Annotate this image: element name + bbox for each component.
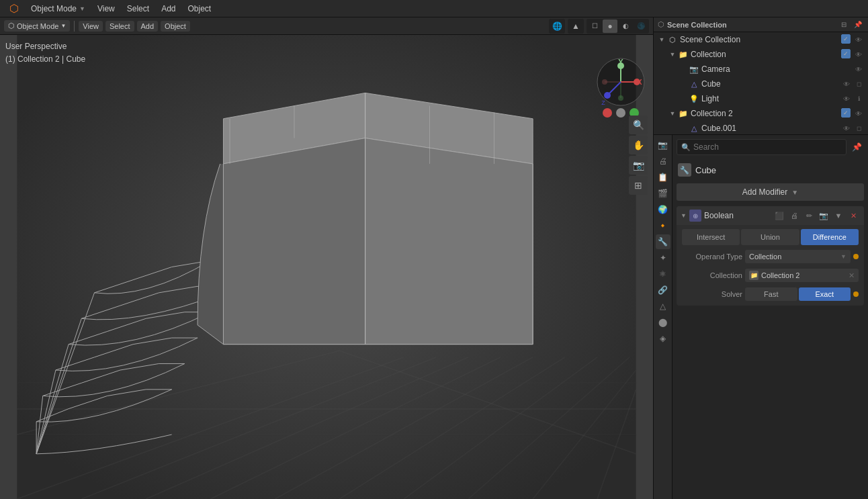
outliner-item-light[interactable]: 💡 Light 👁 ℹ bbox=[654, 91, 868, 106]
cube001-visibility-btn[interactable]: 👁 bbox=[841, 123, 852, 134]
outliner-pin-btn[interactable]: 📌 bbox=[852, 19, 864, 31]
operand-type-dot[interactable] bbox=[853, 254, 859, 259]
viewport-view-button[interactable]: View bbox=[79, 21, 103, 32]
modifier-dropdown-btn[interactable]: ▼ bbox=[832, 209, 845, 222]
cube-visibility-btn[interactable]: 👁 bbox=[841, 79, 852, 89]
props-material-btn[interactable]: ⬤ bbox=[656, 315, 670, 330]
item-actions-light: 👁 ℹ bbox=[841, 93, 864, 104]
camera-tool[interactable]: 📷 bbox=[629, 156, 648, 175]
modifier-header-actions: ⬛ 🖨 ✏ 📷 ▼ ✕ bbox=[773, 209, 860, 222]
cursor-tool[interactable]: 🔍 bbox=[629, 116, 648, 134]
props-shader-btn[interactable]: ◈ bbox=[656, 331, 670, 346]
expand-arrow-collection[interactable] bbox=[667, 49, 678, 60]
outliner-item-cube[interactable]: △ Cube 👁 ◻ bbox=[654, 77, 868, 91]
object-menu[interactable]: Object bbox=[182, 3, 216, 15]
select-menu[interactable]: Select bbox=[122, 3, 155, 15]
collection2-checkbox[interactable]: ✓ bbox=[841, 108, 851, 118]
properties-panel: 📷 🖨 📋 🎬 🌍 🔸 🔧 ✦ ⚛ 🔗 △ ⬤ ◈ 🔍 bbox=[654, 135, 868, 499]
fast-solver-btn[interactable]: Fast bbox=[745, 287, 797, 301]
material-mode-btn[interactable]: ◐ bbox=[618, 19, 633, 33]
modifier-camera-btn[interactable]: 📷 bbox=[817, 209, 830, 222]
outliner-filter-btn[interactable]: ⊟ bbox=[838, 19, 850, 31]
render-mode-btn[interactable]: 🌑 bbox=[634, 19, 648, 33]
item-actions-collection2: ✓ 👁 bbox=[841, 108, 864, 119]
cube001-extra-btn[interactable]: ◻ bbox=[853, 123, 864, 134]
props-physics-btn[interactable]: ⚛ bbox=[656, 267, 670, 281]
props-output-btn[interactable]: 🖨 bbox=[656, 154, 670, 169]
object-mode-menu[interactable]: Object Mode ▼ bbox=[26, 3, 91, 15]
difference-btn[interactable]: Difference bbox=[801, 229, 859, 245]
modifier-expand-icon[interactable]: ▼ bbox=[681, 212, 687, 219]
union-btn[interactable]: Union bbox=[741, 229, 799, 245]
add-menu[interactable]: Add bbox=[156, 3, 181, 15]
viewport-add-button[interactable]: Add bbox=[137, 21, 159, 32]
wire-mode-btn[interactable]: ☐ bbox=[587, 19, 602, 33]
props-object-btn[interactable]: 🔸 bbox=[656, 218, 670, 233]
props-search-bar[interactable]: 🔍 bbox=[677, 139, 847, 155]
light-visibility-btn[interactable]: 👁 bbox=[841, 93, 852, 104]
gizmo-icon: 🌐 bbox=[552, 21, 562, 31]
viewport-view-label: View bbox=[83, 22, 99, 30]
blender-logo[interactable]: ⬡ bbox=[4, 1, 24, 16]
intersect-btn[interactable]: Intersect bbox=[682, 229, 740, 245]
light-info-btn[interactable]: ℹ bbox=[853, 93, 864, 104]
props-constraints-btn[interactable]: 🔗 bbox=[656, 283, 670, 298]
modifier-editmode-btn[interactable]: ✏ bbox=[802, 209, 816, 222]
collection-chip[interactable]: 📁 Collection 2 ✕ bbox=[745, 269, 859, 282]
solver-dot[interactable] bbox=[853, 291, 859, 297]
props-data-btn[interactable]: △ bbox=[656, 299, 670, 314]
add-modifier-label: Add Modifier bbox=[742, 187, 787, 197]
viewport-object-button[interactable]: Object bbox=[161, 21, 190, 32]
viewport-canvas[interactable]: User Perspective (1) Collection 2 | Cube… bbox=[0, 35, 653, 499]
outliner-item-collection2[interactable]: 📁 Collection 2 ✓ 👁 bbox=[654, 106, 868, 121]
props-modifier-btn[interactable]: 🔧 bbox=[656, 234, 670, 249]
props-render-btn[interactable]: 📷 bbox=[656, 138, 670, 152]
modifier-type-icon: ⊕ bbox=[689, 210, 701, 222]
expand-arrow-collection2[interactable] bbox=[667, 108, 678, 119]
scene-checkbox[interactable]: ✓ bbox=[841, 34, 851, 44]
grid-tool[interactable]: ⊞ bbox=[629, 176, 648, 195]
modifier-render-btn[interactable]: 🖨 bbox=[787, 209, 801, 222]
collection-checkbox[interactable]: ✓ bbox=[841, 49, 851, 58]
viewport-select-button[interactable]: Select bbox=[105, 21, 134, 32]
move-tool[interactable]: ✋ bbox=[629, 136, 648, 154]
outliner-item-scene-collection[interactable]: ⬡ Scene Collection ✓ 👁 bbox=[654, 32, 868, 47]
exact-solver-btn[interactable]: Exact bbox=[799, 287, 851, 301]
svg-point-38 bbox=[618, 95, 623, 101]
scene-visibility-btn[interactable]: 👁 bbox=[853, 34, 864, 45]
props-search-input[interactable] bbox=[693, 142, 842, 152]
collection-chip-close[interactable]: ✕ bbox=[849, 271, 855, 280]
solid-mode-btn[interactable]: ● bbox=[603, 19, 617, 33]
outliner-item-camera[interactable]: 📷 Camera 👁 bbox=[654, 62, 868, 77]
overlay-icon: ▲ bbox=[572, 21, 580, 31]
viewport-gizmo-btn[interactable]: 🌐 bbox=[550, 19, 564, 33]
outliner-item-collection[interactable]: 📁 Collection ✓ 👁 bbox=[654, 47, 868, 62]
props-scene-btn[interactable]: 🎬 bbox=[656, 186, 670, 201]
overlay-btn[interactable]: ▲ bbox=[568, 19, 583, 33]
modifier-header[interactable]: ▼ ⊕ Boolean ⬛ 🖨 ✏ 📷 ▼ ✕ bbox=[677, 206, 864, 225]
props-particles-btn[interactable]: ✦ bbox=[656, 251, 670, 265]
props-pin-btn[interactable]: 📌 bbox=[849, 140, 864, 154]
collection-visibility-btn[interactable]: 👁 bbox=[853, 49, 864, 60]
item-actions-scene: ✓ 👁 bbox=[841, 34, 864, 45]
cube-select-btn[interactable]: ◻ bbox=[853, 79, 864, 89]
add-modifier-button[interactable]: Add Modifier ▼ bbox=[677, 183, 864, 201]
view-menu[interactable]: View bbox=[92, 3, 120, 15]
operand-type-label: Operand Type bbox=[682, 253, 742, 261]
props-viewlayer-btn[interactable]: 📋 bbox=[656, 170, 670, 185]
exact-label: Exact bbox=[815, 290, 834, 298]
outliner-title: Scene Collection bbox=[667, 21, 835, 29]
operand-type-dropdown[interactable]: Collection ▼ bbox=[745, 250, 851, 263]
props-world-btn[interactable]: 🌍 bbox=[656, 202, 670, 217]
modifier-realtime-btn[interactable]: ⬛ bbox=[773, 209, 786, 222]
viewport-mode-button[interactable]: ⬡ Object Mode ▼ bbox=[4, 20, 70, 32]
camera-visibility-btn[interactable]: 👁 bbox=[853, 64, 864, 75]
add-menu-label: Add bbox=[161, 4, 175, 13]
color-dot-red[interactable] bbox=[603, 108, 612, 118]
modifier-delete-btn[interactable]: ✕ bbox=[847, 209, 860, 222]
color-dot-gray[interactable] bbox=[616, 108, 625, 118]
nav-gizmo[interactable]: Y X Z bbox=[594, 55, 648, 109]
collection2-visibility-btn[interactable]: 👁 bbox=[853, 108, 864, 119]
expand-arrow-scene[interactable] bbox=[656, 34, 667, 45]
outliner-item-cube001[interactable]: △ Cube.001 👁 ◻ bbox=[654, 121, 868, 134]
